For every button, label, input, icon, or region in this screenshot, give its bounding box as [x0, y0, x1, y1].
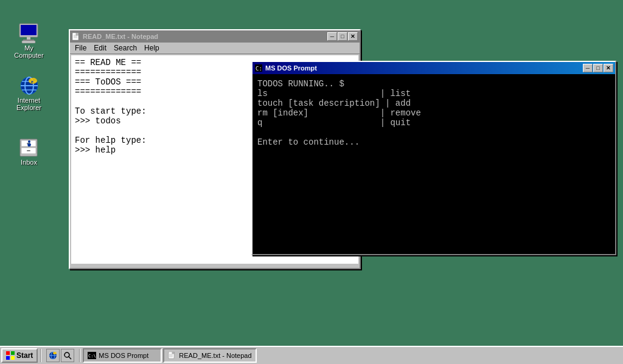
notepad-maximize-btn[interactable]: □ — [338, 32, 347, 41]
notepad-menu-file[interactable]: File — [71, 43, 90, 53]
taskbar: Start C:\ MS DOS Prompt — [0, 346, 623, 364]
notepad-minimize-btn[interactable]: ─ — [327, 32, 337, 41]
taskbar-quick-launch — [44, 349, 77, 362]
svg-rect-25 — [6, 351, 10, 355]
inbox-icon-img — [17, 137, 41, 159]
svg-rect-1 — [21, 25, 37, 35]
notepad-title-text: READ_ME.txt - Notepad — [83, 33, 327, 40]
start-label: Start — [16, 351, 33, 360]
svg-point-17 — [28, 140, 30, 143]
notepad-close-btn[interactable]: ✕ — [348, 32, 358, 41]
inbox-label: Inbox — [21, 159, 37, 166]
dos-title-bar[interactable]: C: MS DOS Prompt ─ □ ✕ — [252, 62, 615, 74]
taskbar-divider-1 — [40, 349, 41, 362]
svg-rect-2 — [27, 37, 30, 39]
dos-content-area[interactable]: TODOS RUNNING.. $ ls | list touch [task … — [252, 74, 615, 254]
taskbar-dos-icon: C:\ — [88, 352, 96, 359]
notepad-menubar: File Edit Search Help — [70, 43, 360, 54]
svg-rect-19 — [76, 33, 78, 35]
dos-window-icon: C: — [254, 64, 263, 72]
svg-rect-26 — [11, 351, 15, 355]
taskbar-dos-button[interactable]: C:\ MS DOS Prompt — [83, 348, 162, 363]
desktop-icon-internet-explorer[interactable]: e Internet Explorer — [6, 72, 52, 114]
ie-icon-img: e — [17, 75, 41, 97]
svg-text:C:\: C:\ — [88, 354, 96, 359]
my-computer-icon-img — [17, 22, 41, 44]
taskbar-ie-icon — [48, 351, 58, 360]
taskbar-notepad-icon — [168, 352, 176, 359]
svg-line-34 — [69, 357, 71, 359]
svg-rect-3 — [23, 39, 34, 41]
taskbar-notepad-label: READ_ME.txt - Notepad — [179, 352, 251, 359]
svg-rect-4 — [22, 41, 35, 43]
ie-label: Internet Explorer — [9, 97, 49, 111]
notepad-menu-edit[interactable]: Edit — [90, 43, 110, 53]
start-button[interactable]: Start — [1, 348, 38, 363]
svg-rect-16 — [27, 150, 30, 151]
notepad-menu-search[interactable]: Search — [110, 43, 141, 53]
notepad-window-controls: ─ □ ✕ — [327, 32, 358, 41]
svg-text:C:: C: — [256, 66, 262, 72]
svg-point-32 — [53, 352, 57, 354]
taskbar-dos-label: MS DOS Prompt — [99, 352, 148, 359]
desktop-icon-my-computer[interactable]: My Computer — [6, 19, 52, 62]
svg-point-33 — [64, 352, 69, 357]
svg-rect-27 — [6, 356, 10, 360]
dos-maximize-btn[interactable]: □ — [593, 64, 603, 72]
svg-rect-38 — [172, 352, 174, 354]
taskbar-search-icon — [63, 351, 72, 360]
taskbar-divider-2 — [79, 349, 80, 362]
windows-logo-icon — [6, 351, 15, 360]
taskbar-quick-btn-2[interactable] — [61, 349, 74, 362]
my-computer-label: My Computer — [9, 44, 49, 59]
dos-close-btn[interactable]: ✕ — [604, 64, 613, 72]
dos-window: C: MS DOS Prompt ─ □ ✕ TODOS RUNNING.. $… — [251, 61, 616, 255]
svg-text:e: e — [31, 80, 33, 84]
taskbar-notepad-button[interactable]: READ_ME.txt - Notepad — [163, 348, 256, 363]
taskbar-quick-btn-1[interactable] — [46, 349, 60, 362]
dos-title-text: MS DOS Prompt — [265, 64, 583, 72]
svg-rect-28 — [11, 356, 15, 360]
notepad-window-icon — [72, 32, 80, 41]
desktop-icon-inbox[interactable]: Inbox — [6, 134, 52, 169]
notepad-menu-help[interactable]: Help — [141, 43, 163, 53]
dos-minimize-btn[interactable]: ─ — [583, 64, 593, 72]
dos-window-controls: ─ □ ✕ — [583, 64, 613, 72]
notepad-title-bar[interactable]: READ_ME.txt - Notepad ─ □ ✕ — [70, 30, 360, 43]
